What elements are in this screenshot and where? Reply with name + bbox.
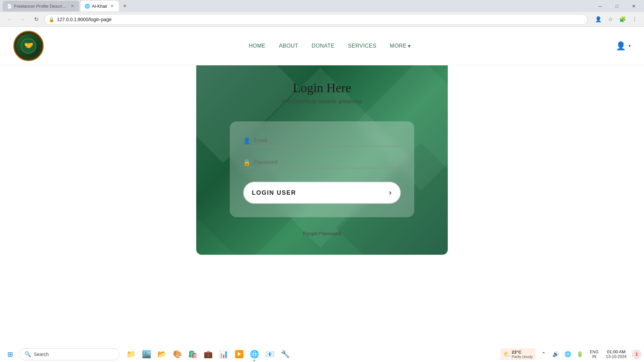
address-text: 127.0.0.1:8000/login-page <box>57 17 583 22</box>
address-bar[interactable]: 🔒 127.0.0.1:8000/login-page <box>44 14 588 25</box>
weather-desc: Partly cloudy <box>512 355 533 359</box>
weather-temp: 23°C <box>512 350 533 355</box>
profile-icon[interactable]: 👤 <box>593 14 604 25</box>
login-card: Login Here And Contribute towards greatn… <box>196 60 448 256</box>
login-form-card: 👤 🔒 LOGIN USER › <box>230 121 414 217</box>
lang-text: ENG <box>590 350 599 354</box>
nav-more[interactable]: MORE ▾ <box>390 43 411 49</box>
tray-battery[interactable]: 🔋 <box>575 349 585 360</box>
notification-badge[interactable]: 1 <box>632 350 641 359</box>
taskbar-app-city[interactable]: 🏙️ <box>139 347 154 362</box>
login-arrow-icon: › <box>389 188 392 197</box>
user-area[interactable]: 👤 ▾ <box>616 41 631 51</box>
lock-icon: 🔒 <box>49 17 54 22</box>
password-input[interactable] <box>243 157 401 168</box>
login-button-label: LOGIN USER <box>252 189 296 196</box>
windows-icon: ⊞ <box>7 350 13 358</box>
tab-2-title: Al-Khair <box>92 4 107 9</box>
clock-time: 01:00 AM <box>607 349 626 354</box>
taskbar: ⊞ 🔍 Search 📁 🏙️ 📂 🎨 🛍️ 💼 📊 ▶️ 🌐 📧 🔧 ⛅ 23… <box>0 346 644 362</box>
nav-more-label: MORE <box>390 43 407 49</box>
tray-speaker[interactable]: 🔊 <box>550 349 561 360</box>
maximize-button[interactable]: □ <box>609 0 625 12</box>
taskbar-app-teams[interactable]: 💼 <box>201 347 215 362</box>
taskbar-app-media[interactable]: 📊 <box>216 347 231 362</box>
tab-1-title: Freelancer Profile Description U... <box>14 4 68 9</box>
email-input-group: 👤 <box>243 135 401 146</box>
clock[interactable]: 01:00 AM 13-10-2024 <box>603 349 629 359</box>
user-account-icon: 👤 <box>616 41 626 51</box>
nav-donate[interactable]: DONATE <box>312 43 334 49</box>
login-section: Login Here And Contribute towards greatn… <box>196 60 448 261</box>
nav-icons: 👤 ☆ 🧩 ⋮ <box>593 14 640 25</box>
nav-home[interactable]: HOME <box>249 43 265 49</box>
taskbar-app-color[interactable]: 🎨 <box>170 347 184 362</box>
taskbar-search-icon: 🔍 <box>24 351 31 357</box>
tray-network[interactable]: 🌐 <box>562 349 573 360</box>
browser-frame: 📄 Freelancer Profile Description U... ✕ … <box>0 0 644 362</box>
clock-date: 13-10-2024 <box>606 354 627 359</box>
extension-icon[interactable]: 🧩 <box>617 14 628 25</box>
logo-circle: 🤝 <box>13 31 44 61</box>
language-indicator[interactable]: ENG IN <box>588 350 601 359</box>
back-button[interactable]: ← <box>4 14 15 25</box>
forward-button[interactable]: → <box>17 14 28 25</box>
logo-image: 🤝 <box>16 34 41 58</box>
taskbar-app-mail[interactable]: 📧 <box>262 347 277 362</box>
window-controls: ─ □ ✕ <box>592 0 641 12</box>
tab-1-close[interactable]: ✕ <box>70 3 75 9</box>
weather-icon: ⛅ <box>503 351 511 358</box>
tray-up-arrow[interactable]: ⌃ <box>538 349 549 360</box>
lock-field-icon: 🔒 <box>243 159 251 166</box>
close-button[interactable]: ✕ <box>626 0 641 12</box>
lang-region: IN <box>592 354 596 359</box>
weather-info: 23°C Partly cloudy <box>512 350 533 359</box>
email-input[interactable] <box>243 135 401 146</box>
nav-bar: ← → ↻ 🔒 127.0.0.1:8000/login-page 👤 ☆ 🧩 … <box>0 12 644 27</box>
svg-text:🤝: 🤝 <box>24 41 34 50</box>
page-content: 🤝 HOME ABOUT DONATE SERVICES MORE ▾ 👤 ▾ <box>0 27 644 362</box>
nav-about[interactable]: ABOUT <box>279 43 298 49</box>
password-input-group: 🔒 <box>243 157 401 168</box>
taskbar-app-dev[interactable]: 🔧 <box>278 347 292 362</box>
system-tray: ⌃ 🔊 🌐 🔋 <box>538 349 585 360</box>
browser-menu-icon[interactable]: ⋮ <box>629 14 640 25</box>
taskbar-right: ⛅ 23°C Partly cloudy ⌃ 🔊 🌐 🔋 ENG IN 01:0… <box>500 348 641 360</box>
taskbar-search-text: Search <box>34 352 49 357</box>
login-button[interactable]: LOGIN USER › <box>243 182 401 204</box>
taskbar-app-chrome[interactable]: 🌐 <box>247 347 262 362</box>
tab-2[interactable]: 🌐 Al-Khair ✕ <box>80 1 119 11</box>
start-button[interactable]: ⊞ <box>3 347 17 362</box>
email-icon: 👤 <box>243 137 251 144</box>
taskbar-app-file-explorer[interactable]: 📁 <box>123 347 138 362</box>
taskbar-app-files[interactable]: 📂 <box>154 347 169 362</box>
minimize-button[interactable]: ─ <box>592 0 608 12</box>
taskbar-app-store[interactable]: 🛍️ <box>185 347 200 362</box>
user-dropdown-arrow: ▾ <box>629 44 631 48</box>
bookmark-icon[interactable]: ☆ <box>605 14 616 25</box>
login-title: Login Here <box>236 80 408 95</box>
refresh-button[interactable]: ↻ <box>31 14 42 25</box>
login-subtitle: And Contribute towards greatness. <box>236 99 408 105</box>
tab-1[interactable]: 📄 Freelancer Profile Description U... ✕ <box>3 1 79 11</box>
forgot-password-link[interactable]: Forgot Password <box>236 231 408 236</box>
logo-area: 🤝 <box>13 31 44 61</box>
new-tab-button[interactable]: + <box>120 1 129 11</box>
tab-2-close[interactable]: ✕ <box>109 3 115 9</box>
nav-services[interactable]: SERVICES <box>348 43 376 49</box>
taskbar-search[interactable]: 🔍 Search <box>19 348 119 360</box>
taskbar-app-youtube[interactable]: ▶️ <box>231 347 246 362</box>
main-nav: HOME ABOUT DONATE SERVICES MORE ▾ <box>249 43 411 49</box>
tab-1-favicon: 📄 <box>7 4 12 9</box>
weather-widget[interactable]: ⛅ 23°C Partly cloudy <box>500 348 536 360</box>
tab-2-favicon: 🌐 <box>85 4 90 9</box>
site-header: 🤝 HOME ABOUT DONATE SERVICES MORE ▾ 👤 ▾ <box>0 27 644 65</box>
taskbar-apps: 📁 🏙️ 📂 🎨 🛍️ 💼 📊 ▶️ 🌐 📧 🔧 <box>123 347 292 362</box>
title-bar: 📄 Freelancer Profile Description U... ✕ … <box>0 0 644 12</box>
chevron-down-icon: ▾ <box>408 43 411 49</box>
